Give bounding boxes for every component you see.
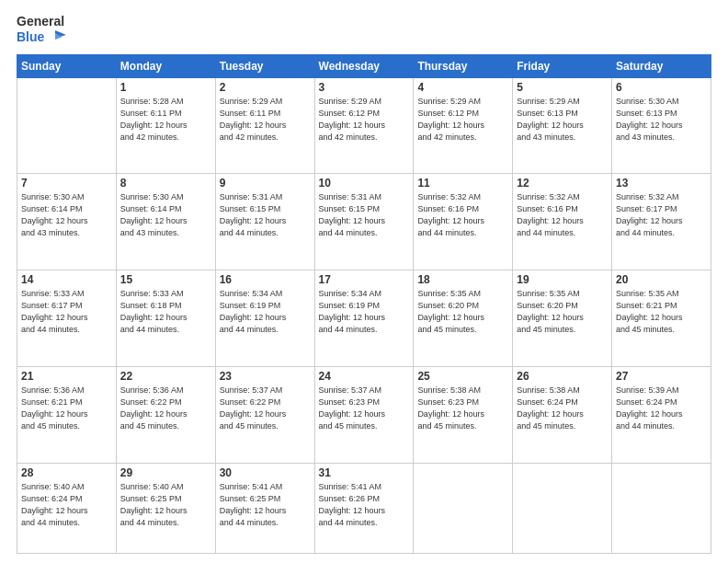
calendar-cell [612,463,711,553]
day-info: Sunrise: 5:35 AM Sunset: 6:21 PM Dayligh… [616,288,707,336]
calendar-week-4: 21Sunrise: 5:36 AM Sunset: 6:21 PM Dayli… [17,366,711,463]
weekday-header-friday: Friday [513,54,612,77]
calendar-week-2: 7Sunrise: 5:30 AM Sunset: 6:14 PM Daylig… [17,174,711,270]
day-info: Sunrise: 5:39 AM Sunset: 6:24 PM Dayligh… [616,385,707,432]
calendar-cell: 2Sunrise: 5:29 AM Sunset: 6:11 PM Daylig… [215,77,314,174]
calendar-cell: 11Sunrise: 5:32 AM Sunset: 6:16 PM Dayli… [414,174,513,270]
calendar-cell: 26Sunrise: 5:38 AM Sunset: 6:24 PM Dayli… [513,366,612,463]
day-number: 7 [21,177,112,190]
calendar-week-5: 28Sunrise: 5:40 AM Sunset: 6:24 PM Dayli… [17,463,711,553]
day-number: 14 [21,273,112,286]
day-number: 9 [220,177,311,190]
day-info: Sunrise: 5:35 AM Sunset: 6:20 PM Dayligh… [517,288,608,336]
day-number: 19 [517,273,608,286]
calendar-cell: 7Sunrise: 5:30 AM Sunset: 6:14 PM Daylig… [17,174,117,270]
day-number: 3 [319,81,410,94]
day-info: Sunrise: 5:29 AM Sunset: 6:11 PM Dayligh… [220,96,311,144]
calendar-cell: 30Sunrise: 5:41 AM Sunset: 6:25 PM Dayli… [215,463,314,553]
day-number: 12 [517,177,608,190]
day-number: 17 [319,273,410,286]
calendar-cell: 25Sunrise: 5:38 AM Sunset: 6:23 PM Dayli… [414,366,513,463]
day-info: Sunrise: 5:38 AM Sunset: 6:23 PM Dayligh… [417,385,508,432]
day-number: 29 [120,466,211,479]
calendar-cell: 4Sunrise: 5:29 AM Sunset: 6:12 PM Daylig… [414,77,513,174]
calendar-cell: 16Sunrise: 5:34 AM Sunset: 6:19 PM Dayli… [215,270,314,367]
day-info: Sunrise: 5:30 AM Sunset: 6:14 PM Dayligh… [120,191,211,239]
day-number: 1 [120,81,211,94]
weekday-header-tuesday: Tuesday [215,54,314,77]
calendar-cell: 9Sunrise: 5:31 AM Sunset: 6:15 PM Daylig… [215,174,314,270]
day-number: 6 [616,81,707,94]
calendar-table: SundayMondayTuesdayWednesdayThursdayFrid… [17,54,711,554]
day-info: Sunrise: 5:32 AM Sunset: 6:17 PM Dayligh… [616,191,707,239]
page: General Blue SundayMondayTuesdayWednesda… [0,0,728,563]
calendar-cell: 14Sunrise: 5:33 AM Sunset: 6:17 PM Dayli… [17,270,117,367]
day-number: 11 [417,177,508,190]
header: General Blue [17,14,711,45]
weekday-header-saturday: Saturday [612,54,711,77]
day-number: 21 [21,370,112,383]
calendar-cell: 27Sunrise: 5:39 AM Sunset: 6:24 PM Dayli… [612,366,711,463]
day-number: 10 [319,177,410,190]
day-info: Sunrise: 5:29 AM Sunset: 6:12 PM Dayligh… [319,96,410,144]
day-info: Sunrise: 5:40 AM Sunset: 6:24 PM Dayligh… [21,481,112,529]
calendar-cell [414,463,513,553]
day-number: 13 [616,177,707,190]
calendar-cell: 22Sunrise: 5:36 AM Sunset: 6:22 PM Dayli… [116,366,215,463]
calendar-cell [513,463,612,553]
weekday-header-wednesday: Wednesday [314,54,414,77]
logo: General Blue [17,14,66,45]
day-info: Sunrise: 5:40 AM Sunset: 6:25 PM Dayligh… [120,481,211,529]
calendar-cell: 13Sunrise: 5:32 AM Sunset: 6:17 PM Dayli… [612,174,711,270]
day-info: Sunrise: 5:35 AM Sunset: 6:20 PM Dayligh… [417,288,508,336]
day-number: 23 [220,370,311,383]
day-info: Sunrise: 5:30 AM Sunset: 6:14 PM Dayligh… [21,191,112,239]
day-info: Sunrise: 5:36 AM Sunset: 6:21 PM Dayligh… [21,385,112,432]
calendar-cell: 8Sunrise: 5:30 AM Sunset: 6:14 PM Daylig… [116,174,215,270]
day-number: 8 [120,177,211,190]
day-number: 24 [319,370,410,383]
calendar-cell: 21Sunrise: 5:36 AM Sunset: 6:21 PM Dayli… [17,366,117,463]
calendar-cell: 6Sunrise: 5:30 AM Sunset: 6:13 PM Daylig… [612,77,711,174]
calendar-cell: 29Sunrise: 5:40 AM Sunset: 6:25 PM Dayli… [116,463,215,553]
calendar-cell: 23Sunrise: 5:37 AM Sunset: 6:22 PM Dayli… [215,366,314,463]
calendar-cell: 5Sunrise: 5:29 AM Sunset: 6:13 PM Daylig… [513,77,612,174]
day-info: Sunrise: 5:31 AM Sunset: 6:15 PM Dayligh… [319,191,410,239]
day-info: Sunrise: 5:30 AM Sunset: 6:13 PM Dayligh… [616,96,707,144]
calendar-cell: 20Sunrise: 5:35 AM Sunset: 6:21 PM Dayli… [612,270,711,367]
day-number: 26 [517,370,608,383]
day-number: 2 [220,81,311,94]
logo-blue-text: Blue [17,29,66,45]
day-number: 22 [120,370,211,383]
day-info: Sunrise: 5:33 AM Sunset: 6:18 PM Dayligh… [120,288,211,336]
day-info: Sunrise: 5:29 AM Sunset: 6:13 PM Dayligh… [517,96,608,144]
weekday-header-monday: Monday [116,54,215,77]
day-info: Sunrise: 5:29 AM Sunset: 6:12 PM Dayligh… [417,96,508,144]
calendar-cell: 15Sunrise: 5:33 AM Sunset: 6:18 PM Dayli… [116,270,215,367]
calendar-cell [17,77,117,174]
weekday-header-sunday: Sunday [17,54,117,77]
day-number: 15 [120,273,211,286]
day-info: Sunrise: 5:34 AM Sunset: 6:19 PM Dayligh… [220,288,311,336]
calendar-week-1: 1Sunrise: 5:28 AM Sunset: 6:11 PM Daylig… [17,77,711,174]
day-number: 4 [417,81,508,94]
day-number: 27 [616,370,707,383]
day-number: 16 [220,273,311,286]
calendar-cell: 10Sunrise: 5:31 AM Sunset: 6:15 PM Dayli… [314,174,414,270]
day-info: Sunrise: 5:37 AM Sunset: 6:23 PM Dayligh… [319,385,410,432]
calendar-cell: 24Sunrise: 5:37 AM Sunset: 6:23 PM Dayli… [314,366,414,463]
day-info: Sunrise: 5:32 AM Sunset: 6:16 PM Dayligh… [417,191,508,239]
logo-general-text: General [17,14,66,29]
day-number: 25 [417,370,508,383]
day-number: 18 [417,273,508,286]
weekday-header-thursday: Thursday [414,54,513,77]
calendar-cell: 12Sunrise: 5:32 AM Sunset: 6:16 PM Dayli… [513,174,612,270]
day-info: Sunrise: 5:37 AM Sunset: 6:22 PM Dayligh… [220,385,311,432]
weekday-header-row: SundayMondayTuesdayWednesdayThursdayFrid… [17,54,711,77]
day-info: Sunrise: 5:34 AM Sunset: 6:19 PM Dayligh… [319,288,410,336]
day-info: Sunrise: 5:36 AM Sunset: 6:22 PM Dayligh… [120,385,211,432]
day-number: 28 [21,466,112,479]
day-info: Sunrise: 5:41 AM Sunset: 6:25 PM Dayligh… [220,481,311,529]
calendar-cell: 19Sunrise: 5:35 AM Sunset: 6:20 PM Dayli… [513,270,612,367]
day-info: Sunrise: 5:28 AM Sunset: 6:11 PM Dayligh… [120,96,211,144]
